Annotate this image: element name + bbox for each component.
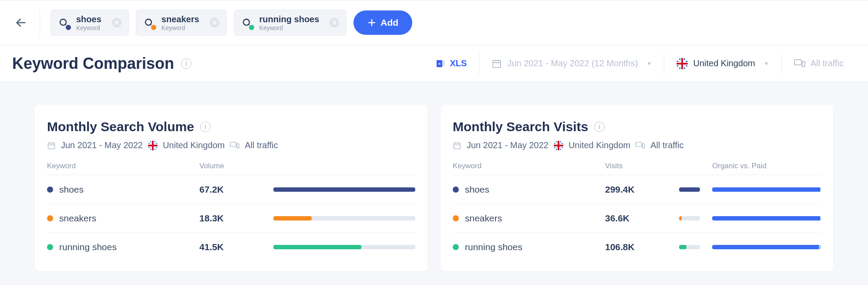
column-visits: Visits (605, 162, 679, 170)
keyword-pill-shoes[interactable]: shoes Keyword (50, 10, 129, 36)
row-keyword: running shoes (59, 242, 117, 252)
date-range-filter[interactable]: Jun 2021 - May 2022 (12 Months) ▼ (479, 52, 664, 75)
svg-rect-16 (442, 61, 444, 62)
close-icon (114, 20, 119, 25)
country-label: United Kingdom (693, 58, 755, 68)
row-value: 36.6K (605, 213, 679, 224)
close-icon (212, 20, 217, 25)
svg-rect-25 (802, 61, 805, 67)
svg-rect-32 (454, 143, 461, 149)
svg-rect-18 (442, 64, 444, 65)
keyword-pill-name: shoes (76, 14, 101, 24)
uk-flag-icon (148, 141, 158, 150)
volume-bar (273, 216, 415, 221)
card-date-range: Jun 2021 - May 2022 (61, 140, 143, 150)
page-header: Keyword Comparison i X XLS Jun 2021 - Ma… (0, 45, 868, 82)
info-icon[interactable]: i (200, 122, 211, 132)
card-title: Monthly Search Visits (453, 119, 588, 134)
info-icon[interactable]: i (594, 122, 605, 132)
keyword-pill-sneakers[interactable]: sneakers Keyword (136, 10, 227, 36)
series-dot (47, 187, 53, 193)
table-header: Keyword Volume (47, 162, 415, 175)
info-icon[interactable]: i (181, 58, 192, 69)
chevron-down-icon: ▼ (764, 61, 769, 67)
export-xls-label: XLS (450, 58, 467, 68)
keyword-pill-sub: Keyword (161, 24, 199, 31)
devices-icon (794, 58, 805, 69)
visits-bar (679, 245, 700, 249)
devices-icon (230, 141, 239, 150)
row-value: 18.3K (199, 213, 273, 224)
calendar-icon (47, 141, 56, 150)
keyword-pill-sub: Keyword (259, 24, 320, 31)
row-keyword: running shoes (465, 242, 522, 252)
table-row: shoes 67.2K (47, 175, 415, 204)
row-keyword: sneakers (465, 213, 502, 224)
organic-vs-paid-bar (712, 187, 821, 192)
table-row: sneakers 36.6K (453, 204, 821, 232)
remove-keyword-button[interactable] (330, 18, 339, 27)
svg-rect-17 (442, 63, 444, 64)
visits-bar (679, 187, 700, 192)
date-range-label: Jun 2021 - May 2022 (12 Months) (507, 58, 638, 68)
remove-keyword-button[interactable] (210, 18, 219, 27)
organic-vs-paid-bar (712, 216, 821, 221)
uk-flag-icon (676, 58, 688, 69)
svg-rect-37 (643, 143, 645, 148)
monthly-search-visits-card: Monthly Search Visits i Jun 2021 - May 2… (441, 105, 833, 271)
series-dot (453, 244, 459, 250)
column-volume: Volume (199, 162, 273, 170)
series-dot (453, 187, 459, 193)
add-keyword-label: Add (380, 17, 398, 28)
keyword-pill-name: running shoes (259, 14, 320, 24)
table-row: running shoes 41.5K (47, 232, 415, 261)
country-filter[interactable]: United Kingdom ▼ (664, 52, 781, 75)
svg-rect-26 (48, 143, 55, 149)
uk-flag-icon (554, 141, 563, 150)
table-row: shoes 299.4K (453, 175, 821, 204)
traffic-filter-label: All traffic (811, 58, 844, 68)
column-organic-vs-paid: Organic vs. Paid (712, 162, 821, 170)
search-icon (142, 16, 155, 29)
svg-point-9 (243, 19, 249, 25)
card-meta: Jun 2021 - May 2022 United Kingdom All t… (453, 140, 821, 150)
add-keyword-button[interactable]: Add (353, 10, 412, 35)
search-icon (57, 16, 70, 29)
svg-text:X: X (438, 62, 441, 66)
svg-rect-31 (237, 143, 239, 148)
card-traffic: All traffic (650, 140, 683, 150)
calendar-icon (453, 141, 461, 150)
keyword-top-bar: shoes Keyword sneakers Keyword running s… (0, 0, 868, 45)
column-keyword: Keyword (453, 162, 605, 170)
content-area: Monthly Search Volume i Jun 2021 - May 2… (0, 82, 868, 271)
svg-rect-20 (493, 61, 501, 68)
row-value: 67.2K (199, 184, 273, 195)
card-country: United Kingdom (569, 140, 630, 150)
keyword-color-dot (248, 24, 255, 31)
keyword-pill-running-shoes[interactable]: running shoes Keyword (234, 10, 347, 36)
arrow-left-icon (15, 17, 27, 29)
row-keyword: shoes (465, 184, 489, 195)
search-icon (240, 16, 253, 29)
volume-bar (273, 245, 415, 249)
volume-bar (273, 187, 415, 192)
devices-icon (636, 141, 645, 150)
row-keyword: sneakers (59, 213, 96, 224)
row-value: 41.5K (199, 242, 273, 252)
export-xls-button[interactable]: X XLS (423, 52, 479, 75)
remove-keyword-button[interactable] (112, 18, 121, 27)
traffic-filter[interactable]: All traffic (781, 52, 856, 75)
table-row: running shoes 106.8K (453, 232, 821, 261)
calendar-icon (491, 58, 502, 69)
card-country: United Kingdom (163, 140, 225, 150)
table-header: Keyword Visits Organic vs. Paid (453, 162, 821, 175)
visits-bar (679, 216, 700, 221)
row-value: 106.8K (605, 242, 679, 252)
row-keyword: shoes (59, 184, 84, 195)
series-dot (453, 215, 459, 221)
svg-rect-36 (636, 142, 642, 146)
plus-icon (367, 18, 376, 27)
keyword-pill-sub: Keyword (76, 24, 101, 31)
svg-point-5 (145, 19, 151, 25)
back-button[interactable] (12, 9, 40, 37)
